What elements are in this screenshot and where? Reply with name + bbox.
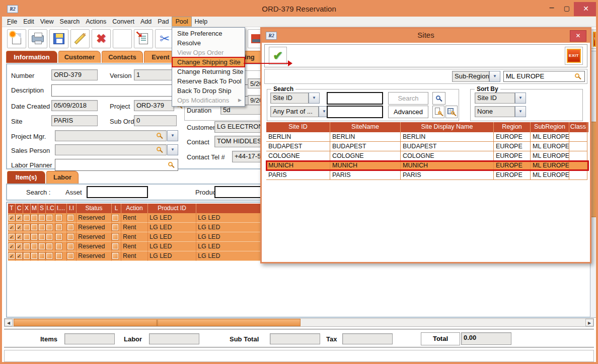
menu-item-convert[interactable]: Convert	[109, 17, 137, 27]
new-document-icon[interactable]	[7, 29, 26, 48]
tab-items[interactable]: Item(s)	[7, 171, 45, 184]
menu-item-file[interactable]: File	[4, 17, 20, 27]
col-header-x[interactable]: X	[23, 204, 31, 213]
menu-item-edit[interactable]: Edit	[20, 17, 37, 27]
scroll-left-arrow[interactable]: ◀	[5, 319, 13, 326]
checkbox-c[interactable]: ✓	[16, 253, 22, 259]
col-header-c[interactable]: C	[16, 204, 23, 213]
filter-search-icon[interactable]	[575, 73, 579, 78]
sites-col-header-site-display-name[interactable]: Site Display Name	[401, 122, 494, 132]
filter-query-input[interactable]: ML EUROPE	[503, 71, 585, 82]
checkbox-l[interactable]	[112, 243, 118, 249]
pool-menu-item-change-returning-site[interactable]: Change Returning Site	[172, 67, 245, 76]
checkbox-l[interactable]	[112, 224, 118, 230]
menu-item-help[interactable]: Help	[192, 17, 211, 27]
col-header-i....[interactable]: I....	[55, 204, 67, 213]
sort-secondary-field[interactable]: None	[475, 106, 515, 117]
confirm-check-button[interactable]: ✔	[269, 47, 287, 65]
sales-person-search-icon[interactable]	[157, 147, 161, 151]
maximize-button[interactable]: ▢	[560, 2, 574, 16]
checkbox-i....[interactable]	[56, 224, 62, 230]
checkbox-i....[interactable]	[56, 253, 62, 259]
checkbox-i.c[interactable]	[46, 224, 52, 230]
menu-item-add[interactable]: Add	[137, 17, 155, 27]
col-header-i.i[interactable]: I.I	[67, 204, 77, 213]
checkbox-c[interactable]: ✓	[16, 243, 22, 249]
col-header-m[interactable]: M	[31, 204, 38, 213]
pool-menu-item-back-to-drop-ship[interactable]: Back To Drop Ship	[172, 86, 245, 96]
col-header-action[interactable]: Action	[121, 204, 148, 213]
checkbox-l[interactable]	[112, 234, 118, 240]
checkbox-l[interactable]	[112, 215, 118, 221]
checkbox-i.i[interactable]	[67, 243, 73, 249]
asset-input[interactable]	[87, 186, 148, 198]
checkbox-c[interactable]: ✓	[16, 215, 22, 221]
menu-item-view[interactable]: View	[37, 17, 57, 27]
menu-item-search[interactable]: Search	[57, 17, 83, 27]
menu-item-actions[interactable]: Actions	[83, 17, 109, 27]
sites-table-row[interactable]: BUDAPESTBUDAPESTBUDAPESTEUROPEML EUROPE	[266, 142, 588, 151]
menu-item-pool[interactable]: Pool	[172, 17, 191, 27]
menu-item-pad[interactable]: Pad	[155, 17, 172, 27]
checkbox-c[interactable]: ✓	[16, 234, 22, 240]
advanced-value-input[interactable]	[327, 106, 383, 118]
sort-primary-field[interactable]: Site ID	[475, 93, 515, 104]
checkbox-i....[interactable]	[56, 243, 62, 249]
checkbox-i.i[interactable]	[67, 234, 73, 240]
total-button[interactable]: Total	[421, 332, 460, 345]
checkbox-x[interactable]	[24, 253, 30, 259]
sites-col-header-region[interactable]: Region	[494, 122, 531, 132]
checkbox-s[interactable]	[39, 215, 45, 221]
sales-person-dropdown[interactable]: ▼	[167, 144, 178, 155]
tab-labor[interactable]: Labor	[46, 171, 79, 184]
col-header-t[interactable]: T	[8, 204, 16, 213]
minimize-button[interactable]: –	[545, 2, 559, 16]
tab-contacts[interactable]: Contacts	[102, 51, 143, 63]
checkbox-m[interactable]	[31, 243, 37, 249]
checkbox-t[interactable]: ✓	[9, 253, 15, 259]
checkbox-s[interactable]	[39, 224, 45, 230]
col-header-status[interactable]: Status	[77, 204, 112, 213]
checkbox-s[interactable]	[39, 243, 45, 249]
sites-table-row[interactable]: MUNICHMUNICHMUNICHEUROPEML EUROPE	[266, 161, 588, 170]
tab-customer[interactable]: Customer	[58, 51, 101, 63]
search-value-input[interactable]	[327, 92, 383, 105]
pool-menu-item-resolve[interactable]: Resolve	[172, 38, 245, 48]
labor-planner-search-icon[interactable]	[168, 162, 173, 166]
search-button[interactable]: Search	[388, 92, 428, 105]
checkbox-i.i[interactable]	[67, 224, 73, 230]
checkbox-i.i[interactable]	[67, 215, 73, 221]
tab-information[interactable]: Information	[6, 51, 57, 63]
checkbox-i.c[interactable]	[46, 215, 52, 221]
sites-col-header-class[interactable]: Class	[569, 122, 587, 132]
sites-table-row[interactable]: PARISPARISPARISEUROPEML EUROPE	[266, 170, 588, 180]
close-button[interactable]: ✕	[574, 2, 598, 16]
checkbox-m[interactable]	[31, 253, 37, 259]
sites-table-row[interactable]: COLOGNECOLOGNECOLOGNEEUROPEML EUROPE	[266, 151, 588, 161]
checkbox-x[interactable]	[24, 215, 30, 221]
checkbox-t[interactable]: ✓	[9, 243, 15, 249]
sites-col-header-subregion[interactable]: SubRegion	[531, 122, 569, 132]
results-grid-icon-button[interactable]	[445, 106, 458, 118]
pool-menu-item-ops-modifications[interactable]: Ops Modifications▶	[172, 96, 245, 105]
project-mgr-search-icon[interactable]	[157, 133, 161, 137]
sort-secondary-dropdown[interactable]: ▼	[515, 106, 526, 117]
sort-primary-dropdown[interactable]: ▼	[515, 93, 526, 104]
sites-col-header-site-id[interactable]: Site ID	[266, 122, 330, 132]
col-header-i.c[interactable]: I.C	[46, 204, 55, 213]
checkbox-m[interactable]	[31, 215, 37, 221]
pool-menu-item-reserve-back-to-pool[interactable]: Reserve Back To Pool	[172, 76, 245, 86]
checkbox-l[interactable]	[112, 253, 118, 259]
lookup-icon-button[interactable]	[432, 92, 445, 105]
checkbox-m[interactable]	[31, 224, 37, 230]
checkbox-t[interactable]: ✓	[9, 224, 15, 230]
col-header-s[interactable]: S	[38, 204, 46, 213]
search-field-dropdown[interactable]: ▼	[309, 93, 320, 104]
checkbox-i.c[interactable]	[46, 234, 52, 240]
paste-special-icon[interactable]	[134, 29, 153, 48]
pool-menu-item-view-ops-order[interactable]: View Ops Order	[172, 48, 245, 57]
sites-dialog-close-button[interactable]: ✕	[570, 30, 586, 42]
edit-pencil-icon[interactable]	[70, 29, 90, 48]
checkbox-x[interactable]	[24, 224, 30, 230]
filter-selector-field[interactable]: Sub-Region	[452, 71, 489, 82]
